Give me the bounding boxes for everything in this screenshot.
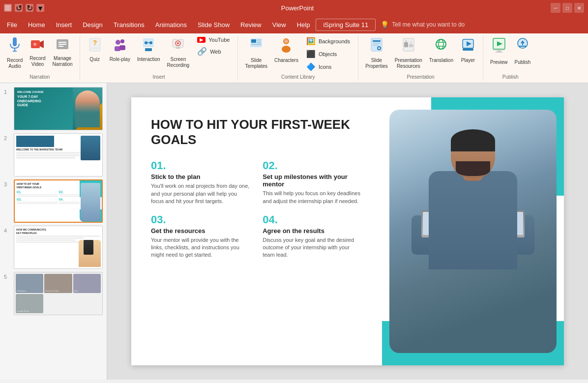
screen-recording-icon <box>172 37 184 55</box>
menu-transitions[interactable]: Transitions <box>109 19 149 30</box>
menu-insert[interactable]: Insert <box>51 19 77 30</box>
slide-thumb-5[interactable]: Workplace Snack & Coffee Gym Lounge Room <box>14 272 103 315</box>
slide-4-pen <box>84 240 93 255</box>
slide-thumb-3[interactable]: HOW TO HIT YOURFIRST-WEEK GOALS 01. 02. … <box>14 179 103 223</box>
canvas-area: HOW TO HIT YOUR FIRST-WEEK GOALS 01. Sti… <box>107 83 588 380</box>
goal-2-title: Set up milestones with your mentor <box>263 173 362 188</box>
window-title: PowerPoint <box>47 4 548 12</box>
characters-label: Characters <box>274 58 298 63</box>
player-button[interactable]: Player <box>457 35 479 65</box>
slide-3-photo-area <box>80 180 102 222</box>
presentation-section-label: Presentation <box>358 74 483 80</box>
goal-item-2: 02. Set up milestones with your mentor T… <box>263 159 362 205</box>
slide-item-4[interactable]: 4 HOW WE COMMUNICATEKEY PRINCIPLES <box>4 226 103 269</box>
slide-thumb-1[interactable]: WELCOME COURSE YOUR 7-DAYONBOARDINGGUIDE <box>14 87 103 130</box>
insert-section-label: Insert <box>80 74 238 80</box>
menu-file[interactable]: File <box>2 19 22 30</box>
characters-button[interactable]: Characters <box>271 35 301 65</box>
roleplay-icon <box>114 37 126 55</box>
slide-item-1[interactable]: 1 WELCOME COURSE YOUR 7-DAYONBOARDINGGUI… <box>4 87 103 130</box>
content-library-label: Content Library <box>238 74 358 80</box>
objects-button[interactable]: ⬛ Objects <box>302 48 354 60</box>
slide-5-img1: Workplace <box>16 274 43 293</box>
menu-slideshow[interactable]: Slide Show <box>193 19 235 30</box>
svg-rect-29 <box>257 39 261 41</box>
presentation-resources-label: PresentationResources <box>395 58 422 69</box>
menu-home[interactable]: Home <box>23 19 50 30</box>
screen-recording-button[interactable]: ScreenRecording <box>164 35 193 70</box>
role-play-button[interactable]: Role-play <box>107 35 133 64</box>
preview-label: Preview <box>490 59 508 65</box>
slide-4-hand <box>79 240 101 267</box>
slide-properties-icon <box>370 37 383 56</box>
slide-item-5[interactable]: 5 Workplace Snack & Coffee Gym Lounge Ro… <box>4 272 103 315</box>
goal-4-title: Agree on the results <box>263 227 362 235</box>
youtube-label: YouTube <box>208 37 230 43</box>
slide-thumb-2[interactable]: WELCOME TO THE MARKETING TEAM! <box>14 133 103 177</box>
goal-3-title: Get the resources <box>151 227 251 235</box>
publish-button[interactable]: Publish <box>512 35 534 67</box>
goal-2-desc: This will help you focus on key deadline… <box>263 190 362 205</box>
slide-1-photo-area <box>73 88 102 130</box>
slide-5-img2: Snack & Coffee <box>44 274 72 293</box>
minimize-button[interactable]: ─ <box>551 3 560 13</box>
presentation-resources-button[interactable]: PresentationResources <box>392 35 425 71</box>
svg-marker-5 <box>40 40 44 48</box>
backgrounds-button[interactable]: 🖼️ Backgrounds <box>302 35 354 47</box>
slide-num-4: 4 <box>4 228 11 234</box>
ribbon-section-narration: RecordAudio RecordVideo ManageNarration … <box>0 35 80 81</box>
close-button[interactable]: ✕ <box>574 3 584 13</box>
record-video-button[interactable]: RecordVideo <box>27 35 48 69</box>
maximize-button[interactable]: □ <box>562 3 572 13</box>
svg-point-6 <box>33 43 36 46</box>
role-play-label: Role-play <box>110 57 130 62</box>
goal-1-title: Stick to the plan <box>151 173 251 180</box>
svg-rect-28 <box>251 39 256 43</box>
youtube-icon: ▶ <box>197 37 206 43</box>
undo-icon[interactable]: ↺ <box>15 4 23 12</box>
slide-4-title: HOW WE COMMUNICATEKEY PRINCIPLES <box>16 228 100 235</box>
title-bar: ↺ ↻ ▾ PowerPoint ─ □ ✕ <box>0 0 588 16</box>
translation-button[interactable]: Translation <box>426 35 456 65</box>
main-area: 1 WELCOME COURSE YOUR 7-DAYONBOARDINGGUI… <box>0 83 588 380</box>
icons-button[interactable]: 🔷 Icons <box>302 61 354 73</box>
menu-design[interactable]: Design <box>78 19 107 30</box>
slide-item-3[interactable]: 3 HOW TO HIT YOURFIRST-WEEK GOALS 01. 02… <box>4 179 103 223</box>
web-button[interactable]: 🔗 Web <box>193 45 234 58</box>
ribbon-section-publish: Preview Publish Publish <box>483 35 537 81</box>
record-audio-button[interactable]: RecordAudio <box>4 35 26 71</box>
svg-rect-38 <box>373 45 379 46</box>
redo-icon[interactable]: ↻ <box>26 4 33 12</box>
slide-properties-button[interactable]: SlideProperties <box>362 35 391 71</box>
preview-button[interactable]: Preview <box>487 35 511 67</box>
svg-point-34 <box>284 39 288 43</box>
web-video-col: ▶ YouTube 🔗 Web <box>193 35 234 58</box>
slide-templates-button[interactable]: SlideTemplates <box>242 35 270 71</box>
slide-4-line3 <box>16 239 75 241</box>
slide-3-bg: HOW TO HIT YOURFIRST-WEEK GOALS 01. 02. … <box>15 180 102 222</box>
menu-view[interactable]: View <box>267 19 291 30</box>
svg-point-15 <box>120 39 124 43</box>
translation-label: Translation <box>429 58 453 63</box>
slide-4-bg: HOW WE COMMUNICATEKEY PRINCIPLES <box>14 226 102 268</box>
preview-icon <box>493 37 505 58</box>
slide-properties-label: SlideProperties <box>365 58 388 69</box>
web-label: Web <box>210 49 221 55</box>
icons-icon: 🔷 <box>306 62 316 71</box>
menu-bar: File Home Insert Design Transitions Anim… <box>0 16 588 33</box>
goal-3-num: 03. <box>151 213 251 226</box>
slide-item-2[interactable]: 2 WELCOME TO THE MARKETING TEAM! <box>4 133 103 177</box>
publish-icon <box>516 37 529 58</box>
slide-thumb-4[interactable]: HOW WE COMMUNICATEKEY PRINCIPLES <box>14 226 103 269</box>
menu-review[interactable]: Review <box>235 19 266 30</box>
ispring-tab[interactable]: iSpring Suite 11 <box>316 19 376 31</box>
menu-help[interactable]: Help <box>292 19 315 30</box>
customize-icon[interactable]: ▾ <box>36 4 44 12</box>
screen-recording-label: ScreenRecording <box>167 57 190 68</box>
quiz-button[interactable]: ? Quiz <box>84 35 106 64</box>
menu-animations[interactable]: Animations <box>150 19 192 30</box>
manage-narration-button[interactable]: ManageNarration <box>50 35 76 69</box>
youtube-button[interactable]: ▶ YouTube <box>193 35 234 44</box>
interaction-button[interactable]: Interaction <box>134 35 163 64</box>
goal-1-num: 01. <box>151 159 251 172</box>
